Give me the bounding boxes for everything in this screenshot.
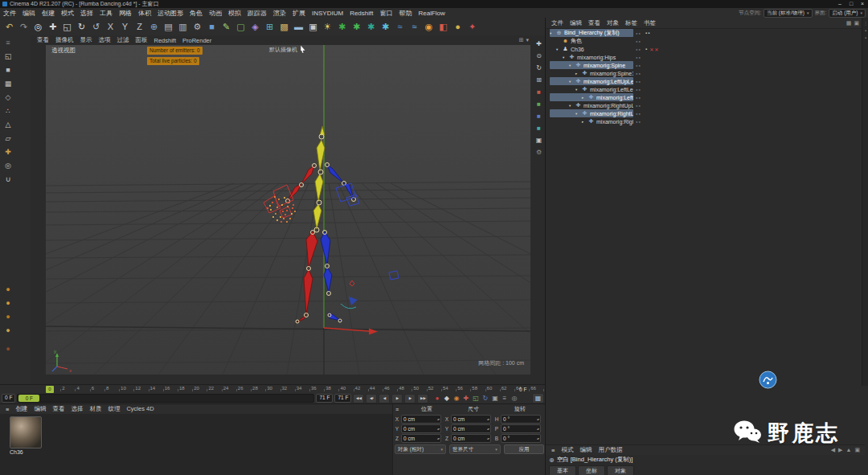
expand-toggle-icon[interactable]: ▾ [575,112,581,116]
menu-item[interactable]: 选择 [77,9,96,18]
object-row[interactable]: ▾ ✚ mixamorig:RightUpLeg ●● [546,101,861,109]
object-tags-warning[interactable]: ✕✕ [649,47,659,52]
object-row[interactable]: ▾ ✚ mixamorig:Hips ●● [546,53,861,61]
set-keyframe-button[interactable]: ◆ [442,394,451,403]
total-frames-field[interactable]: 71 F [334,394,351,403]
redo-icon[interactable]: ↷ [17,20,31,34]
expand-toggle-icon[interactable]: ▾ [556,47,562,51]
panel-menu-icon[interactable]: ≡ [548,447,558,454]
visibility-dots[interactable]: ●● [636,96,645,100]
snap-icon[interactable]: ∪ [2,174,14,185]
menu-item[interactable]: 动画 [206,9,225,18]
solo-animation-toggle[interactable]: ◎ [510,394,518,403]
model-mode-icon[interactable]: ■ [2,64,14,76]
undo-icon[interactable]: ↶ [2,20,16,34]
object-manager-menu-item[interactable]: 标签 [622,19,641,27]
attribute-tab[interactable]: 坐标 [578,465,605,475]
viewport-solo-icon[interactable]: ◎ [2,160,14,171]
viewport-menu-item[interactable]: ProRender [179,37,215,44]
position-field[interactable]: 0 cm ▴▾ [401,424,441,433]
realflow-icon-1[interactable]: ≈ [393,20,407,34]
dock-handle-icon[interactable]: ⋮ [863,20,868,26]
attribute-tab[interactable]: 对象 [607,465,634,475]
menu-item[interactable]: 跟踪器 [244,9,270,18]
visibility-dots[interactable]: ●● [636,88,645,92]
autokey-button[interactable]: ◉ [452,394,461,403]
viewport-menu-item[interactable]: 摄像机 [52,36,77,44]
rotation-field[interactable]: 0 ° ▴▾ [501,415,541,424]
menu-item[interactable]: 帮助 [395,9,415,18]
rotation-field[interactable]: 0 ° ▴▾ [501,434,541,443]
material-tile[interactable]: Ch36 [10,416,45,455]
expand-toggle-icon[interactable]: ▾ [575,88,581,92]
size-field[interactable]: 0 cm ▴▾ [451,434,491,443]
object-manager-menu-item[interactable]: 对象 [604,19,622,27]
stepper-icon[interactable]: ▴▾ [487,436,489,440]
object-tags[interactable]: ▪▪ [645,31,650,35]
next-frame-button[interactable]: ▶ [404,394,416,403]
size-field[interactable]: 0 cm ▴▾ [451,415,491,424]
material-menu-item[interactable]: 纹理 [104,405,123,413]
stepper-icon[interactable]: ▴▾ [437,436,439,440]
dock-tab-icon-1[interactable]: ▪ [865,28,866,33]
om-filter-icon[interactable]: ▦ [846,20,852,27]
character-tag-icon-5[interactable]: ● [2,343,14,354]
visibility-dots[interactable]: ●● [636,39,645,43]
viewport-3d-canvas[interactable]: y x 透视视图 默认摄像机 Number of emitters: 0 Tot… [46,45,530,375]
object-row[interactable]: ▸ ✚ mixamorig:LeftFoot ●● [546,93,861,101]
expand-toggle-icon[interactable]: ▾ [563,55,568,59]
record-position-toggle[interactable]: ✚ [461,394,470,403]
character-tag-icon-4[interactable]: ● [2,325,14,336]
material-menu-item[interactable]: Cycles 4D [123,405,157,413]
stepper-icon[interactable]: ▴▾ [437,417,439,421]
stepper-icon[interactable]: ▴▾ [537,436,538,440]
visibility-dots[interactable]: ●● [636,112,645,116]
object-row[interactable]: ▾ ✚ mixamorig:Spine ●● [546,61,861,69]
character-skeleton[interactable] [286,126,356,323]
strip-camera-icon[interactable]: ▣ [534,135,544,145]
previous-key-button[interactable]: ◀• [366,394,377,403]
character-tag-icon-1[interactable]: ● [2,284,14,295]
goto-end-button[interactable]: ▶▶ [417,394,428,403]
menu-item[interactable]: INSYDIUM [309,10,346,17]
add-cube-icon[interactable]: ■ [205,20,219,34]
close-button[interactable]: × [857,0,868,8]
visibility-dots[interactable]: ●● [636,104,645,108]
am-forward-icon[interactable]: ▶ [838,447,842,453]
attribute-menu-item[interactable]: 编辑 [576,446,595,454]
character-tag-icon-3[interactable]: ● [2,311,14,322]
xparticles-icon-4[interactable]: ✱ [379,20,392,34]
menu-item[interactable]: Redshift [346,10,376,17]
current-frame-field[interactable]: 0 F [2,394,15,403]
expand-toggle-icon[interactable]: ▾ [569,63,575,68]
move-tool-icon[interactable]: ✚ [46,20,59,34]
texture-mode-icon[interactable]: ▦ [2,78,14,89]
object-row[interactable]: ☻ 角色 ●● [546,37,861,45]
viewport-rotate-icon[interactable]: ↻ [534,63,544,72]
record-pla-toggle[interactable]: ≡ [500,394,509,403]
object-manager-menu-item[interactable]: 编辑 [567,19,585,27]
om-lock-icon[interactable]: ▣ [854,20,859,27]
timeline-playhead[interactable]: 0 [46,386,54,393]
render-view-icon[interactable]: ▤ [162,20,175,34]
add-subdivision-icon[interactable]: ▢ [234,20,248,34]
size-field[interactable]: 0 cm ▴▾ [451,424,491,433]
attribute-tab[interactable]: 基本 [549,465,576,475]
rotation-field[interactable]: 0 ° ▴▾ [501,424,541,433]
dock-tab-icon-2[interactable]: ▪ [865,35,866,40]
minimize-button[interactable]: – [834,0,845,8]
menu-item[interactable]: 运动图形 [154,9,186,18]
filter-red-icon[interactable]: ■ [534,87,544,96]
lock-y-axis-icon[interactable]: Y [118,20,132,34]
timeline-slider-handle[interactable]: 0 F [18,395,39,402]
visibility-dots[interactable]: ●● [636,31,645,35]
material-menu-item[interactable]: 创建 [12,405,31,413]
object-manager-menu-item[interactable]: 文件 [548,19,567,27]
filter-green-icon[interactable]: ■ [534,99,544,109]
lock-z-axis-icon[interactable]: Z [133,20,146,34]
material-menu-item[interactable]: 查看 [49,405,68,413]
menu-item[interactable]: 网格 [116,9,135,18]
material-menu-item[interactable]: 选择 [68,405,86,413]
object-manager-menu-item[interactable]: 查看 [585,19,604,27]
panel-menu-icon[interactable]: ≡ [393,407,403,412]
